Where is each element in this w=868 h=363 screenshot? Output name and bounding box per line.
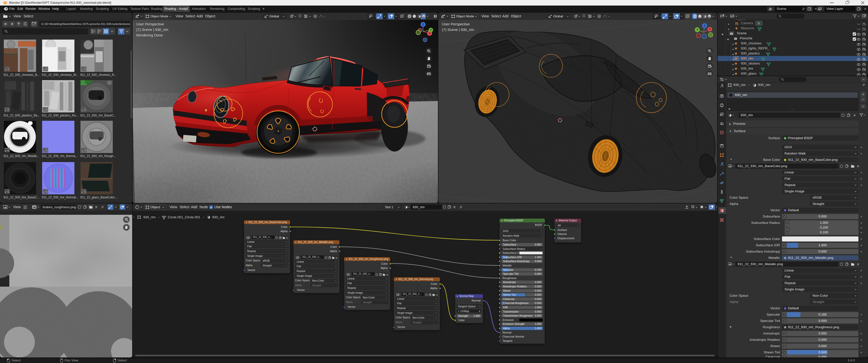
svg-text:Y: Y (696, 29, 698, 31)
svg-text:Z: Z (422, 23, 424, 26)
svg-text:Y: Y (430, 29, 432, 32)
svg-text:X: X (429, 32, 431, 35)
svg-text:X: X (709, 28, 711, 31)
svg-text:Z: Z (704, 25, 705, 27)
